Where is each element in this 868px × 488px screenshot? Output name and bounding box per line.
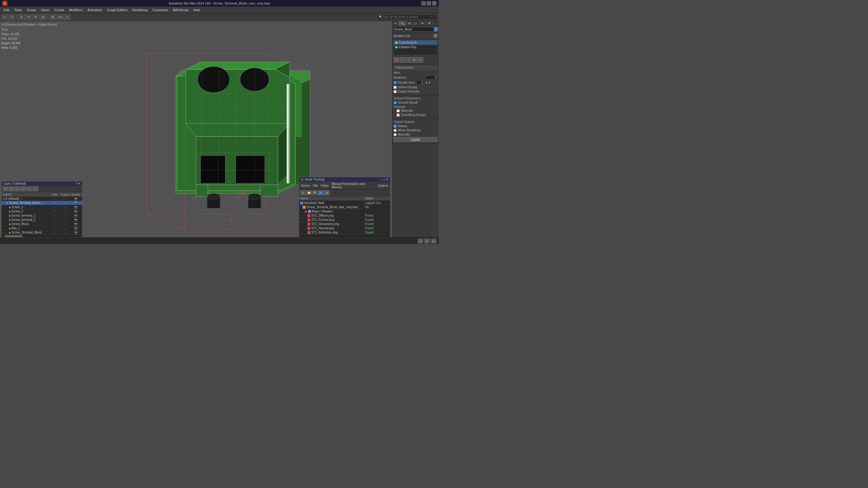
menu-rendering[interactable]: Rendering (130, 7, 150, 12)
layer-item-screw1[interactable]: ◆ Screw_1 — — 📷 (1, 205, 82, 209)
asset-scrollbar[interactable] (299, 235, 390, 237)
menu-modifiers[interactable]: Modifiers (67, 7, 85, 12)
asset-item-mainfile[interactable]: Screw_Terminal_Block_max_vray.max Ok (299, 205, 390, 209)
asset-menu-file[interactable]: File (312, 184, 318, 188)
layer-default-freeze[interactable]: — (60, 197, 70, 200)
asset-item-reflection[interactable]: ST2_Reflection.png Found (299, 230, 390, 235)
layers-collapse-button[interactable]: □ (15, 187, 20, 191)
play-button[interactable]: ▶ (424, 238, 430, 243)
asset-panel-titlebar[interactable]: 🏛 Asset Tracking — □ ✕ (299, 177, 390, 182)
layer-item-screw-terminal-block[interactable]: ⊞ Screw_Terminal_Block ▷ — — 📷 (1, 201, 82, 205)
turbosmooth-title[interactable]: TurboSmooth (394, 65, 438, 70)
snap-button[interactable]: ⊞ (50, 14, 56, 20)
delete-modifier-icon[interactable]: ✕ (412, 57, 417, 63)
modifier-enable-dot-turbosmooth[interactable] (395, 41, 398, 44)
modifier-list-dropdown[interactable]: ▼ (433, 34, 438, 38)
menu-tools[interactable]: Tools (12, 7, 24, 12)
modifier-enable-dot-editablepoly[interactable] (395, 46, 398, 48)
forward-button[interactable]: ▶| (431, 238, 436, 243)
isoline-display-checkbox[interactable] (394, 86, 397, 89)
screw1-hide[interactable]: — (50, 206, 60, 209)
options-modifier-icon[interactable]: ⋯ (418, 57, 423, 63)
layer-default-render[interactable]: 📷 (70, 197, 81, 200)
layer-item-screwterm2[interactable]: ◆ Screw_terminal_2 — — 📷 (1, 218, 82, 222)
layers-question-icon[interactable]: ? (76, 182, 78, 185)
modifier-stack-item-turbosmooth[interactable]: TurboSmooth (394, 40, 437, 45)
motion-tab[interactable]: ▷ (413, 21, 419, 26)
menu-animation[interactable]: Animation (85, 7, 104, 12)
layer-screwblock-freeze[interactable]: — (60, 201, 70, 204)
layers-scrollbar[interactable] (1, 235, 82, 237)
close-button[interactable]: ✕ (432, 1, 436, 5)
layers-options-button[interactable]: → (33, 187, 38, 191)
manually-radio[interactable] (394, 133, 397, 136)
bite1-freeze[interactable]: — (60, 227, 70, 230)
menu-maxscript[interactable]: MAXScript (170, 7, 191, 12)
undo-button[interactable]: ↩ (1, 14, 8, 20)
smooth-result-checkbox[interactable] (394, 101, 397, 104)
screwterm1-freeze[interactable]: — (60, 214, 70, 217)
move-modifier-down-icon[interactable]: ↓ (406, 57, 411, 63)
screw1-render[interactable]: 📷 (70, 206, 81, 209)
modifier-stack-item-editablepoly[interactable]: Editable Poly (394, 45, 437, 50)
asset-menu-options[interactable]: Options (377, 184, 389, 188)
bite1-render[interactable]: 📷 (70, 227, 81, 230)
layers-move-down-button[interactable]: ↓ (27, 187, 32, 191)
menu-views[interactable]: Views (38, 7, 52, 12)
layer-screwblock-hide[interactable]: — (50, 201, 60, 204)
asset-item-vault[interactable]: Autodesk Vault Logged Out (299, 201, 390, 205)
layers-titlebar[interactable]: Layer: 0 (default) ? ✕ (1, 181, 82, 186)
asset-close-icon[interactable]: ✕ (386, 178, 389, 181)
asset-search-button[interactable]: 🔍 (312, 190, 318, 195)
asset-folder-button[interactable]: 📁 (306, 190, 312, 195)
scale-button[interactable]: ⊡ (40, 14, 46, 20)
redo-button[interactable]: ↪ (8, 14, 15, 20)
screwterm2-freeze[interactable]: — (60, 218, 70, 221)
display-tab[interactable]: 👁 (419, 21, 426, 26)
update-button[interactable]: Update (394, 137, 438, 142)
move-button[interactable]: ✛ (25, 14, 32, 20)
screw2-freeze[interactable]: — (60, 210, 70, 213)
object-name-input[interactable] (394, 27, 434, 32)
screwblock2-freeze[interactable]: — (60, 223, 70, 226)
explicit-normals-checkbox[interactable] (394, 90, 397, 93)
layer-screwblock-render[interactable]: 📷 (70, 201, 81, 204)
menu-edit[interactable]: Edit (1, 7, 12, 12)
asset-item-maps-folder[interactable]: ▶ Maps / Shaders (299, 209, 390, 214)
asset-grid-button[interactable]: ⊞ (324, 190, 330, 195)
asset-item-diffuse[interactable]: ST2_Diffuse.png Found (299, 214, 390, 218)
layers-move-up-button[interactable]: ↑ (21, 187, 26, 191)
align-button[interactable]: ≡ (64, 14, 70, 20)
screw2-render[interactable]: 📷 (70, 210, 81, 213)
screwterm1-hide[interactable]: — (50, 214, 60, 217)
menu-create[interactable]: Create (52, 7, 67, 12)
layer-item-screwterm1[interactable]: ◆ Screw_terminal_1 — — 📷 (1, 214, 82, 218)
asset-menu-server[interactable]: Server (300, 184, 311, 188)
screwblock2-hide[interactable]: — (50, 223, 60, 226)
screwfinal-render[interactable]: 📷 (70, 231, 81, 234)
render-iters-checkbox[interactable] (394, 81, 397, 84)
menu-graph-editors[interactable]: Graph Editors (104, 7, 130, 12)
asset-maximize-icon[interactable]: □ (384, 178, 385, 181)
layer-default-hide[interactable]: — (50, 197, 60, 200)
smoothing-groups-checkbox[interactable] (397, 113, 400, 117)
asset-item-normal[interactable]: ST2_Normal.png Found (299, 226, 390, 230)
layer-item-bite1[interactable]: ◆ Bite_1 — — 📷 (1, 226, 82, 230)
asset-menu-paths[interactable]: Paths (320, 184, 330, 188)
select-button[interactable]: ✦ (18, 14, 25, 20)
screwfinal-hide[interactable]: — (50, 231, 60, 234)
minimize-button[interactable]: — (421, 1, 426, 5)
asset-item-fresnel[interactable]: ST2_Fresnel.png Found (299, 218, 390, 222)
asset-refresh-button[interactable]: ↻ (300, 190, 306, 195)
screwfinal-freeze[interactable]: — (60, 231, 70, 234)
layer-item-screwfinal[interactable]: ◆ Screw_Terminal_Block — — 📷 (1, 230, 82, 235)
render-iters-arrows[interactable]: ▲▼ (425, 81, 431, 84)
rotate-button[interactable]: ↻ (33, 14, 39, 20)
bite1-hide[interactable]: — (50, 227, 60, 230)
maximize-button[interactable]: □ (427, 1, 431, 5)
time-slider-button[interactable]: |◀ (418, 238, 423, 243)
menu-customize[interactable]: Customize (150, 7, 170, 12)
mirror-button[interactable]: ⟺ (57, 14, 63, 20)
layer-item-default[interactable]: ⊞ 0 (default) ✓ — — 📷 (1, 197, 82, 201)
always-radio[interactable] (394, 125, 397, 128)
